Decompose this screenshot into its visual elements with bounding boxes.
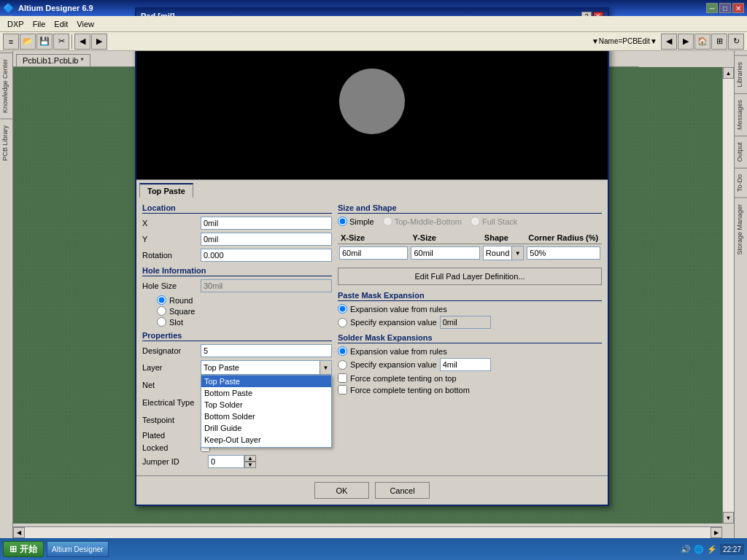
far-right-panels: Favorites Libraries Messages Output To-D… <box>734 16 747 538</box>
solder-rules-label: Expansion value from rules <box>350 347 447 356</box>
shape-select-display[interactable]: Round ▼ <box>483 246 524 260</box>
edit-full-pad-button[interactable]: Edit Full Pad Layer Definition... <box>338 268 602 285</box>
size-shape-label: Size and Shape <box>338 203 602 214</box>
layer-item-bottom-paste[interactable]: Bottom Paste <box>201 387 331 399</box>
menu-edit[interactable]: Edit <box>50 18 72 30</box>
properties-section: Properties Designator Layer Top Paste ▼ <box>142 331 332 468</box>
layer-select-display[interactable]: Top Paste ▼ <box>201 360 332 375</box>
left-tab-knowledge[interactable]: Knowledge Center <box>0 52 12 119</box>
x-label: X <box>142 219 201 228</box>
start-button[interactable]: ⊞ 开始 <box>3 541 44 557</box>
tent-bottom-label: Force complete tenting on bottom <box>350 386 470 394</box>
solder-specify-label: Specify expansion value <box>350 360 437 369</box>
slot-radio[interactable] <box>157 317 166 327</box>
left-tab-pcblibrary[interactable]: PCB Library <box>0 119 12 167</box>
simple-radio[interactable] <box>338 217 347 226</box>
layer-item-keepout[interactable]: Keep-Out Layer <box>201 434 331 446</box>
menu-dxp[interactable]: DXP <box>3 18 28 30</box>
maximize-button[interactable]: □ <box>719 3 731 13</box>
tent-bottom-checkbox[interactable] <box>338 385 347 394</box>
top-mid-bot-option: Top-Middle-Bottom <box>383 217 462 226</box>
h-scrollbar[interactable]: ◀ ▶ <box>13 526 722 538</box>
right-tab-storage[interactable]: Storage Manager <box>735 198 747 261</box>
layer-item-drill-guide[interactable]: Drill Guide <box>201 422 331 434</box>
scroll-left-btn[interactable]: ◀ <box>13 527 25 538</box>
scroll-right-btn[interactable]: ▶ <box>711 527 722 538</box>
toolbar-btn-3[interactable]: 💾 <box>36 34 53 50</box>
tab-top-paste[interactable]: Top Paste <box>139 183 193 198</box>
right-tab-output[interactable]: Output <box>735 136 747 168</box>
square-radio[interactable] <box>157 306 166 316</box>
menu-bar: DXP File Edit View <box>0 16 747 32</box>
slot-radio-row: Slot <box>157 317 332 327</box>
layer-item-drill-drawing[interactable]: Drill Drawing <box>201 446 331 448</box>
toolbar-btn-2[interactable]: 📂 <box>20 34 36 50</box>
solder-specify-radio[interactable] <box>338 360 347 370</box>
layer-item-top-paste[interactable]: Top Paste <box>201 376 331 387</box>
corner-radius-input[interactable] <box>527 246 600 260</box>
location-y-row: Y <box>142 233 332 246</box>
toolbar-grid[interactable]: ⊞ <box>711 34 727 50</box>
menu-file[interactable]: File <box>28 18 50 30</box>
cancel-button[interactable]: Cancel <box>375 482 430 499</box>
col-corner: Corner Radius (%) <box>525 232 602 244</box>
layer-label: Layer <box>142 363 201 372</box>
top-mid-bot-radio[interactable] <box>383 217 392 226</box>
v-scrollbar[interactable]: ▲ ▼ <box>722 67 734 524</box>
layer-dropdown-arrow[interactable]: ▼ <box>320 361 331 374</box>
toolbar-refresh[interactable]: ↻ <box>728 34 744 50</box>
x-input[interactable] <box>201 217 332 230</box>
layer-selected-value: Top Paste <box>201 361 320 374</box>
col-ysize: Y-Size <box>409 232 481 244</box>
dialog-left-col: Location X Y Rotation Hole Information H… <box>142 203 332 470</box>
toolbar-btn-4[interactable]: ✂ <box>53 34 69 50</box>
spinner-up[interactable]: ▲ <box>244 455 256 462</box>
full-stack-radio[interactable] <box>471 217 480 226</box>
file-tab-pcblib[interactable]: PcbLib1.PcbLib * <box>16 54 90 66</box>
designator-label: Designator <box>142 346 201 355</box>
hole-size-input[interactable] <box>201 279 332 292</box>
solder-rules-radio[interactable] <box>338 346 347 356</box>
paste-value-input[interactable] <box>440 316 491 329</box>
solder-value-input[interactable] <box>440 358 491 371</box>
toolbar-home[interactable]: 🏠 <box>694 34 711 50</box>
size-table: X-Size Y-Size Shape Corner Radius (%) <box>338 232 602 262</box>
close-button[interactable]: ✕ <box>732 3 744 13</box>
dialog-tabs: Top Paste <box>136 180 608 198</box>
rotation-input[interactable] <box>201 249 332 262</box>
xsize-input[interactable] <box>339 246 408 260</box>
round-radio[interactable] <box>157 295 166 305</box>
toolbar-btn-6[interactable]: ▶ <box>91 34 107 50</box>
right-tab-todo[interactable]: To-Do <box>735 168 747 198</box>
right-tab-libraries[interactable]: Libraries <box>735 55 747 93</box>
tent-top-checkbox[interactable] <box>338 373 347 383</box>
scroll-up-btn[interactable]: ▲ <box>723 67 734 79</box>
sys-clock: 22:27 <box>720 544 744 555</box>
scroll-down-btn[interactable]: ▼ <box>723 512 734 524</box>
toolbar-back[interactable]: ◀ <box>661 34 677 50</box>
hole-size-row: Hole Size <box>142 279 332 292</box>
ysize-input[interactable] <box>411 246 479 260</box>
spinner-down[interactable]: ▼ <box>244 462 256 468</box>
paste-specify-radio[interactable] <box>338 318 347 327</box>
full-stack-label: Full Stack <box>482 217 517 226</box>
taskbar-item-altium[interactable]: Altium Designer <box>47 541 109 557</box>
shape-arrow[interactable]: ▼ <box>511 246 523 260</box>
toolbar-btn-5[interactable]: ◀ <box>74 34 90 50</box>
designator-input[interactable] <box>201 344 332 357</box>
toolbar-btn-1[interactable]: ≡ <box>3 34 19 50</box>
col-xsize: X-Size <box>338 232 409 244</box>
paste-rules-radio[interactable] <box>338 304 347 314</box>
menu-view[interactable]: View <box>72 18 98 30</box>
y-input[interactable] <box>201 233 332 246</box>
top-mid-bot-label: Top-Middle-Bottom <box>395 217 462 226</box>
right-tab-messages[interactable]: Messages <box>735 93 747 136</box>
layer-item-top-solder[interactable]: Top Solder <box>201 399 331 411</box>
ok-button[interactable]: OK <box>314 482 369 499</box>
jumper-id-input[interactable] <box>208 455 244 468</box>
toolbar-pcbedit-label: ▼Name=PCBEdit▼ <box>592 37 657 45</box>
layer-item-bottom-solder[interactable]: Bottom Solder <box>201 411 331 422</box>
minimize-button[interactable]: ─ <box>706 3 718 13</box>
location-x-row: X <box>142 217 332 230</box>
toolbar-fwd[interactable]: ▶ <box>678 34 694 50</box>
